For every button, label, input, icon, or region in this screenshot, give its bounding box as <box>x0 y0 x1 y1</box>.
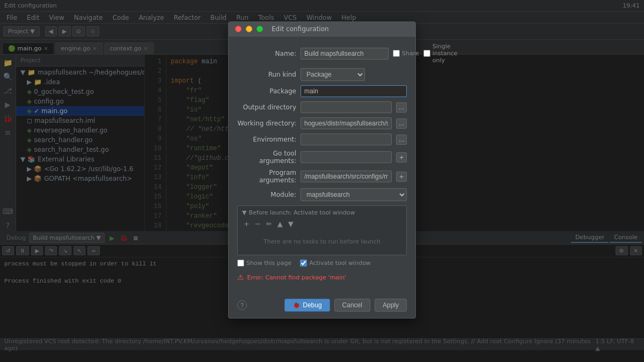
run-kind-label: Run kind <box>237 71 296 78</box>
output-dir-label: Output directory <box>237 104 296 111</box>
working-dir-row: Working directory: … <box>237 117 407 129</box>
dialog-minimize-btn[interactable] <box>246 26 252 32</box>
module-label: Module: <box>237 191 296 198</box>
launch-down-icon[interactable]: ▼ <box>287 219 295 228</box>
share-label: Share <box>402 50 419 57</box>
program-args-add-btn[interactable]: + <box>396 172 407 182</box>
launch-up-icon[interactable]: ▲ <box>276 219 284 228</box>
dialog-title-bar: Edit configuration <box>229 22 415 36</box>
environment-input[interactable] <box>301 134 392 145</box>
debug-button[interactable]: 🐞 Debug <box>284 299 330 312</box>
show-page-text: Show this page <box>246 260 291 267</box>
name-input[interactable] <box>301 48 389 60</box>
single-instance-label: Single instance only <box>423 43 458 64</box>
name-label: Name: <box>237 50 296 57</box>
launch-remove-icon[interactable]: − <box>253 219 262 228</box>
before-launch-section: ▼ Before launch: Activate tool window + … <box>237 205 407 255</box>
debug-icon: 🐞 <box>292 301 301 309</box>
dialog-body: Name: Share Single instance only Run kin… <box>229 36 415 294</box>
program-args-input[interactable] <box>301 171 392 182</box>
launch-add-icon[interactable]: + <box>242 219 251 228</box>
environment-row: Environment: … <box>237 134 407 145</box>
single-instance-checkbox[interactable] <box>423 50 430 57</box>
edit-configuration-dialog: Edit configuration Name: Share Single in… <box>228 21 416 319</box>
module-row: Module: mapsfullsearch <box>237 188 407 201</box>
share-checkbox[interactable] <box>393 50 400 57</box>
package-label: Package <box>237 87 296 95</box>
before-launch-header: ▼ Before launch: Activate tool window <box>242 209 402 216</box>
package-row: Package <box>237 85 407 97</box>
output-dir-input[interactable] <box>301 101 392 113</box>
run-kind-row: Run kind Package Directory File <box>237 68 407 81</box>
dialog-maximize-btn[interactable] <box>257 26 263 32</box>
error-message: Error: Cannot find package 'main' <box>247 274 347 281</box>
dialog-overlay: Edit configuration Name: Share Single in… <box>0 0 644 362</box>
go-tool-args-add-btn[interactable]: + <box>396 152 407 162</box>
module-select[interactable]: mapsfullsearch <box>301 188 407 201</box>
dialog-checkboxes: Show this page Activate tool window <box>237 260 407 267</box>
share-checkbox-label: Share <box>393 50 419 57</box>
debug-label: Debug <box>303 301 321 309</box>
go-tool-args-row: Go tool arguments: + <box>237 150 407 165</box>
no-tasks-message: There are no tasks to run before launch <box>242 232 402 252</box>
before-launch-label: Before launch: Activate tool window <box>248 209 355 216</box>
working-dir-label: Working directory: <box>237 120 296 127</box>
package-input[interactable] <box>301 85 407 97</box>
launch-edit-icon[interactable]: ✏ <box>265 219 274 228</box>
apply-button[interactable]: Apply <box>375 299 407 312</box>
activate-tool-label: Activate tool window <box>300 260 371 267</box>
dialog-footer: ? 🐞 Debug Cancel Apply <box>229 294 415 318</box>
error-row: ⚠ Error: Cannot find package 'main' <box>237 271 407 284</box>
activate-tool-checkbox[interactable] <box>300 260 307 267</box>
before-launch-arrow: ▼ <box>242 209 246 216</box>
show-page-checkbox[interactable] <box>237 260 244 267</box>
dialog-close-btn[interactable] <box>235 26 241 32</box>
go-tool-args-input[interactable] <box>301 151 392 163</box>
cancel-button[interactable]: Cancel <box>334 299 370 312</box>
single-instance-text: Single instance only <box>433 43 458 64</box>
working-dir-input[interactable] <box>301 117 392 129</box>
output-dir-row: Output directory … <box>237 101 407 113</box>
show-page-label: Show this page <box>237 260 291 267</box>
environment-label: Environment: <box>237 136 296 143</box>
launch-tools-row: + − ✏ ▲ ▼ <box>242 219 402 228</box>
name-row: Name: Share Single instance only <box>237 43 407 64</box>
run-kind-select[interactable]: Package Directory File <box>301 68 365 81</box>
working-dir-browse-btn[interactable]: … <box>396 119 407 129</box>
dialog-title: Edit configuration <box>272 25 329 33</box>
activate-tool-text: Activate tool window <box>309 260 371 267</box>
help-button[interactable]: ? <box>237 300 247 310</box>
program-args-label: Program arguments: <box>237 169 296 184</box>
error-icon: ⚠ <box>237 273 244 282</box>
output-dir-browse-btn[interactable]: … <box>396 102 407 113</box>
environment-browse-btn[interactable]: … <box>396 135 407 145</box>
go-tool-args-label: Go tool arguments: <box>237 150 296 165</box>
program-args-row: Program arguments: + <box>237 169 407 184</box>
